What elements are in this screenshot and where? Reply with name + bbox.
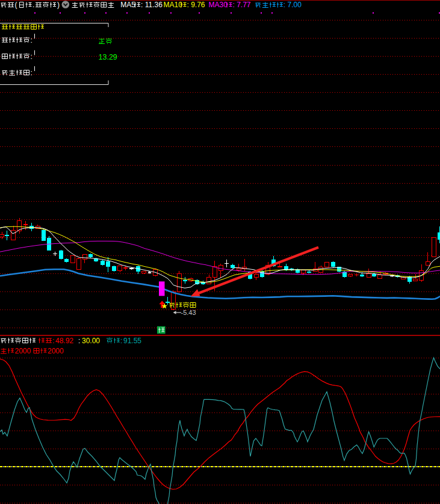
svg-text::: :	[120, 337, 122, 345]
svg-text:(: (	[15, 1, 17, 9]
svg-text:2000: 2000	[48, 347, 64, 355]
svg-text:MA5: MA5	[120, 1, 135, 9]
svg-text:: 11.36: : 11.36	[141, 1, 163, 9]
svg-text:: 7.00: : 7.00	[284, 1, 302, 9]
svg-text:-5.43: -5.43	[181, 309, 196, 316]
svg-text:2000: 2000	[15, 347, 31, 355]
svg-text:48.92: 48.92	[55, 337, 73, 345]
svg-text:13.29: 13.29	[99, 53, 117, 61]
svg-text::: :	[31, 52, 33, 61]
svg-text::: :	[31, 36, 33, 45]
svg-text:30.00: 30.00	[82, 337, 100, 345]
svg-text::: :	[31, 69, 33, 77]
svg-text:: 7.77: : 7.77	[233, 1, 251, 9]
svg-text::: :	[52, 337, 54, 345]
svg-text:MA10: MA10	[164, 1, 183, 9]
svg-text:: 9.76: : 9.76	[187, 1, 205, 9]
svg-text:.: .	[33, 1, 34, 9]
svg-text::: :	[78, 337, 80, 345]
svg-text:): )	[57, 1, 60, 9]
svg-text:91.55: 91.55	[123, 337, 141, 345]
svg-text:MA30: MA30	[209, 1, 228, 9]
